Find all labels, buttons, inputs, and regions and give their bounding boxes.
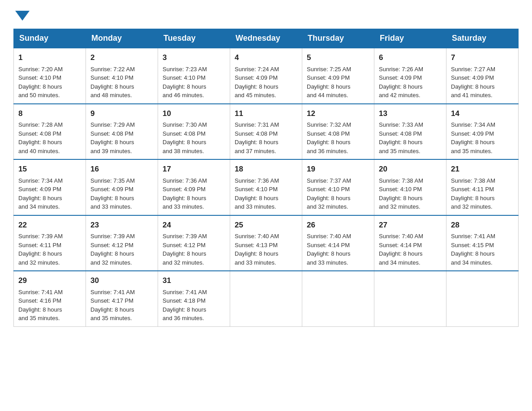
daylight-minutes: and 41 minutes.: [451, 92, 493, 98]
sunrise-info: Sunrise: 7:34 AM: [18, 177, 63, 184]
sunrise-info: Sunrise: 7:20 AM: [18, 66, 63, 73]
sunrise-info: Sunrise: 7:22 AM: [90, 66, 135, 73]
daylight-minutes: and 36 minutes.: [163, 315, 204, 321]
daylight-minutes: and 32 minutes.: [451, 203, 493, 210]
daylight-info: Daylight: 8 hours: [163, 195, 206, 201]
day-number: 8: [18, 108, 81, 120]
daylight-minutes: and 32 minutes.: [18, 259, 60, 266]
daylight-info: Daylight: 8 hours: [235, 250, 279, 257]
sunrise-info: Sunrise: 7:36 AM: [235, 177, 279, 184]
day-number: 24: [163, 219, 225, 231]
week-row-3: 15 Sunrise: 7:34 AM Sunset: 4:09 PM Dayl…: [14, 159, 519, 215]
sunset-info: Sunset: 4:09 PM: [18, 186, 61, 193]
sunset-info: Sunset: 4:09 PM: [90, 186, 133, 193]
calendar-cell: 8 Sunrise: 7:28 AM Sunset: 4:08 PM Dayli…: [14, 104, 86, 160]
sunset-info: Sunset: 4:08 PM: [379, 130, 422, 137]
sunrise-info: Sunrise: 7:36 AM: [163, 177, 207, 184]
sunrise-info: Sunrise: 7:40 AM: [307, 233, 351, 240]
sunset-info: Sunset: 4:09 PM: [379, 74, 422, 81]
week-row-1: 1 Sunrise: 7:20 AM Sunset: 4:10 PM Dayli…: [14, 48, 519, 104]
daylight-info: Daylight: 8 hours: [18, 83, 62, 90]
daylight-info: Daylight: 8 hours: [163, 250, 206, 257]
day-number: 14: [451, 108, 514, 120]
sunset-info: Sunset: 4:10 PM: [18, 74, 61, 81]
calendar-cell: 10 Sunrise: 7:30 AM Sunset: 4:08 PM Dayl…: [158, 104, 230, 160]
week-row-5: 29 Sunrise: 7:41 AM Sunset: 4:16 PM Dayl…: [14, 271, 519, 326]
header-friday: Friday: [374, 29, 446, 48]
daylight-info: Daylight: 8 hours: [18, 250, 62, 257]
day-number: 13: [379, 108, 442, 120]
sunset-info: Sunset: 4:09 PM: [451, 130, 494, 137]
sunrise-info: Sunrise: 7:24 AM: [235, 66, 279, 73]
sunset-info: Sunset: 4:18 PM: [163, 297, 206, 304]
calendar-table: SundayMondayTuesdayWednesdayThursdayFrid…: [13, 29, 519, 327]
sunset-info: Sunset: 4:11 PM: [18, 242, 61, 248]
sunrise-info: Sunrise: 7:23 AM: [163, 66, 207, 73]
sunrise-info: Sunrise: 7:27 AM: [451, 66, 495, 73]
sunset-info: Sunset: 4:17 PM: [90, 297, 133, 304]
daylight-info: Daylight: 8 hours: [163, 83, 206, 90]
header-saturday: Saturday: [446, 29, 519, 48]
calendar-cell: 30 Sunrise: 7:41 AM Sunset: 4:17 PM Dayl…: [86, 271, 158, 326]
daylight-minutes: and 46 minutes.: [163, 92, 204, 98]
daylight-minutes: and 33 minutes.: [235, 203, 276, 210]
daylight-minutes: and 38 minutes.: [163, 148, 204, 154]
calendar-cell: 20 Sunrise: 7:38 AM Sunset: 4:10 PM Dayl…: [374, 159, 446, 215]
header-sunday: Sunday: [14, 29, 86, 48]
sunrise-info: Sunrise: 7:41 AM: [451, 233, 495, 240]
calendar-cell: 6 Sunrise: 7:26 AM Sunset: 4:09 PM Dayli…: [374, 48, 446, 104]
sunrise-info: Sunrise: 7:41 AM: [90, 289, 135, 295]
week-row-2: 8 Sunrise: 7:28 AM Sunset: 4:08 PM Dayli…: [14, 104, 519, 160]
calendar-cell: 11 Sunrise: 7:31 AM Sunset: 4:08 PM Dayl…: [230, 104, 302, 160]
header-monday: Monday: [86, 29, 158, 48]
logo: [13, 9, 30, 20]
header-row: SundayMondayTuesdayWednesdayThursdayFrid…: [14, 29, 519, 48]
daylight-info: Daylight: 8 hours: [18, 139, 62, 146]
sunset-info: Sunset: 4:10 PM: [235, 186, 278, 193]
daylight-info: Daylight: 8 hours: [90, 306, 134, 313]
sunset-info: Sunset: 4:08 PM: [307, 130, 350, 137]
day-number: 27: [379, 219, 442, 231]
daylight-minutes: and 35 minutes.: [379, 148, 420, 154]
sunrise-info: Sunrise: 7:39 AM: [90, 233, 135, 240]
calendar-cell: [230, 271, 302, 326]
calendar-cell: 14 Sunrise: 7:34 AM Sunset: 4:09 PM Dayl…: [446, 104, 519, 160]
calendar-cell: 17 Sunrise: 7:36 AM Sunset: 4:09 PM Dayl…: [158, 159, 230, 215]
calendar-cell: 26 Sunrise: 7:40 AM Sunset: 4:14 PM Dayl…: [302, 215, 374, 271]
daylight-info: Daylight: 8 hours: [235, 83, 279, 90]
daylight-minutes: and 39 minutes.: [90, 148, 132, 154]
calendar-cell: 7 Sunrise: 7:27 AM Sunset: 4:09 PM Dayli…: [446, 48, 519, 104]
day-number: 26: [307, 219, 369, 231]
daylight-info: Daylight: 8 hours: [451, 139, 495, 146]
day-number: 25: [235, 219, 297, 231]
calendar-cell: 31 Sunrise: 7:41 AM Sunset: 4:18 PM Dayl…: [158, 271, 230, 326]
sunset-info: Sunset: 4:15 PM: [451, 242, 494, 248]
sunrise-info: Sunrise: 7:38 AM: [379, 177, 423, 184]
sunset-info: Sunset: 4:12 PM: [163, 242, 206, 248]
sunset-info: Sunset: 4:13 PM: [235, 242, 278, 248]
daylight-minutes: and 33 minutes.: [235, 259, 276, 266]
daylight-minutes: and 32 minutes.: [90, 259, 132, 266]
daylight-minutes: and 44 minutes.: [307, 92, 348, 98]
sunset-info: Sunset: 4:08 PM: [163, 130, 206, 137]
daylight-info: Daylight: 8 hours: [307, 195, 351, 201]
sunset-info: Sunset: 4:14 PM: [307, 242, 350, 248]
sunset-info: Sunset: 4:11 PM: [451, 186, 494, 193]
daylight-info: Daylight: 8 hours: [90, 250, 134, 257]
sunrise-info: Sunrise: 7:25 AM: [307, 66, 351, 73]
sunset-info: Sunset: 4:08 PM: [235, 130, 278, 137]
calendar-cell: 4 Sunrise: 7:24 AM Sunset: 4:09 PM Dayli…: [230, 48, 302, 104]
day-number: 1: [18, 52, 81, 64]
day-number: 9: [90, 108, 153, 120]
daylight-info: Daylight: 8 hours: [18, 195, 62, 201]
sunrise-info: Sunrise: 7:39 AM: [18, 233, 63, 240]
sunrise-info: Sunrise: 7:40 AM: [235, 233, 279, 240]
day-number: 19: [307, 163, 369, 175]
day-number: 21: [451, 163, 514, 175]
logo-triangle-icon: [15, 11, 30, 21]
daylight-minutes: and 48 minutes.: [90, 92, 132, 98]
daylight-info: Daylight: 8 hours: [307, 250, 351, 257]
calendar-cell: 3 Sunrise: 7:23 AM Sunset: 4:10 PM Dayli…: [158, 48, 230, 104]
calendar-cell: 16 Sunrise: 7:35 AM Sunset: 4:09 PM Dayl…: [86, 159, 158, 215]
sunset-info: Sunset: 4:10 PM: [163, 74, 206, 81]
